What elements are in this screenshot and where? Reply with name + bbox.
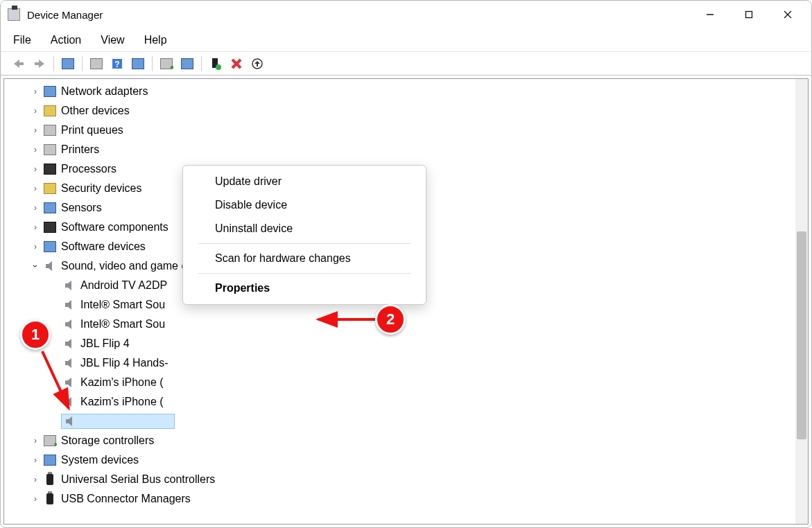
tree-child[interactable]: Kazim's iPhone ( bbox=[10, 373, 790, 392]
menu-scan-hardware[interactable]: Scan for hardware changes bbox=[183, 247, 426, 270]
chevron-right-icon[interactable]: › bbox=[29, 222, 42, 232]
properties-button[interactable] bbox=[87, 55, 106, 73]
chevron-down-icon[interactable]: › bbox=[31, 260, 40, 272]
other-devices-icon bbox=[43, 105, 57, 117]
svg-marker-24 bbox=[66, 416, 72, 426]
chevron-right-icon[interactable]: › bbox=[29, 475, 42, 484]
help-button[interactable]: ? bbox=[107, 55, 127, 73]
menu-uninstall-device[interactable]: Uninstall device bbox=[183, 217, 426, 240]
app-icon bbox=[8, 8, 20, 21]
device-manager-window: Device Manager File Action View Help ? ● bbox=[0, 0, 812, 528]
chevron-right-icon[interactable]: › bbox=[29, 184, 42, 193]
svg-rect-1 bbox=[746, 12, 752, 18]
tree-item[interactable]: ›Network adapters bbox=[10, 82, 790, 101]
svg-rect-7 bbox=[35, 62, 40, 65]
chevron-right-icon[interactable]: › bbox=[29, 145, 42, 155]
speaker-icon bbox=[62, 318, 76, 331]
selected-device[interactable] bbox=[61, 414, 175, 429]
device-tree[interactable]: ›Network adapters ›Other devices ›Print … bbox=[4, 79, 795, 524]
menubar: File Action View Help bbox=[1, 28, 811, 52]
chevron-right-icon[interactable]: › bbox=[29, 125, 42, 135]
back-button[interactable] bbox=[9, 55, 28, 73]
tree-child[interactable]: JBL Flip 4 bbox=[10, 334, 790, 353]
view-button[interactable] bbox=[128, 55, 148, 73]
chevron-right-icon[interactable]: › bbox=[29, 106, 42, 116]
speaker-icon bbox=[62, 279, 76, 292]
system-icon bbox=[43, 454, 57, 466]
scan-button[interactable] bbox=[178, 55, 197, 73]
speaker-icon bbox=[62, 299, 76, 311]
security-icon bbox=[43, 182, 57, 195]
svg-marker-4 bbox=[14, 60, 19, 68]
maximize-button[interactable] bbox=[729, 1, 768, 28]
software-icon bbox=[43, 221, 57, 234]
menu-update-driver[interactable]: Update driver bbox=[183, 170, 426, 193]
speaker-icon bbox=[43, 260, 57, 272]
close-button[interactable] bbox=[768, 1, 807, 28]
tree-item[interactable]: ›●Storage controllers bbox=[10, 431, 790, 450]
show-hidden-button[interactable] bbox=[58, 55, 78, 73]
speaker-icon bbox=[62, 337, 76, 350]
svg-text:?: ? bbox=[114, 60, 119, 69]
add-legacy-button[interactable] bbox=[248, 55, 267, 73]
svg-marker-20 bbox=[65, 339, 71, 349]
tree-item[interactable]: ›Print queues bbox=[10, 121, 790, 140]
svg-marker-6 bbox=[39, 60, 44, 68]
tree-item[interactable]: ›Universal Serial Bus controllers bbox=[10, 470, 790, 489]
menu-view[interactable]: View bbox=[101, 34, 124, 46]
svg-marker-22 bbox=[65, 378, 71, 387]
separator bbox=[152, 56, 153, 71]
chevron-right-icon[interactable]: › bbox=[29, 164, 42, 174]
titlebar: Device Manager bbox=[1, 1, 811, 28]
update-driver-button[interactable]: ● bbox=[157, 55, 176, 73]
chevron-right-icon[interactable]: › bbox=[29, 436, 42, 446]
annotation-badge-2: 2 bbox=[375, 304, 406, 335]
menu-disable-device[interactable]: Disable device bbox=[183, 193, 426, 217]
tree-item[interactable]: ›Printers bbox=[10, 140, 790, 159]
tree-child[interactable]: JBL Flip 4 Hands- bbox=[10, 353, 790, 373]
menu-file[interactable]: File bbox=[13, 34, 31, 46]
chevron-right-icon[interactable]: › bbox=[29, 455, 42, 465]
cpu-icon bbox=[43, 163, 57, 175]
separator bbox=[53, 56, 54, 71]
toolbar: ? ● bbox=[1, 52, 811, 76]
svg-point-11 bbox=[216, 64, 221, 70]
tree-item[interactable]: ›USB Connector Managers bbox=[10, 489, 790, 509]
chevron-right-icon[interactable]: › bbox=[29, 494, 42, 504]
speaker-icon bbox=[62, 357, 76, 369]
menu-help[interactable]: Help bbox=[144, 34, 167, 46]
network-icon bbox=[43, 85, 57, 98]
scrollbar[interactable] bbox=[795, 79, 808, 524]
separator bbox=[82, 56, 83, 71]
enable-button[interactable] bbox=[206, 55, 225, 73]
tree-child[interactable]: Kazim's iPhone ( bbox=[10, 392, 790, 412]
printer-icon bbox=[43, 124, 57, 137]
svg-marker-23 bbox=[65, 397, 71, 407]
separator bbox=[201, 56, 202, 71]
speaker-icon bbox=[62, 376, 76, 389]
menu-properties[interactable]: Properties bbox=[183, 276, 426, 300]
chevron-right-icon[interactable]: › bbox=[29, 87, 42, 96]
context-menu: Update driver Disable device Uninstall d… bbox=[182, 165, 426, 305]
content-area: ›Network adapters ›Other devices ›Print … bbox=[3, 78, 809, 525]
window-controls bbox=[691, 1, 807, 28]
svg-rect-5 bbox=[19, 62, 24, 65]
svg-marker-15 bbox=[254, 61, 260, 67]
uninstall-button[interactable] bbox=[227, 55, 246, 73]
chevron-right-icon[interactable]: › bbox=[29, 242, 42, 252]
forward-button[interactable] bbox=[30, 55, 49, 73]
tree-item[interactable]: ›System devices bbox=[10, 450, 790, 470]
printer-icon bbox=[43, 143, 57, 156]
storage-icon: ● bbox=[43, 434, 57, 447]
separator bbox=[198, 243, 411, 244]
sensor-icon bbox=[43, 202, 57, 214]
annotation-badge-1: 1 bbox=[20, 319, 51, 350]
tree-item[interactable]: ›Other devices bbox=[10, 101, 790, 121]
usb-icon bbox=[43, 493, 57, 505]
scroll-thumb[interactable] bbox=[797, 231, 806, 439]
chevron-right-icon[interactable]: › bbox=[29, 203, 42, 213]
minimize-button[interactable] bbox=[691, 1, 729, 28]
menu-action[interactable]: Action bbox=[51, 34, 81, 46]
tree-child-selected[interactable] bbox=[10, 412, 790, 431]
usb-icon bbox=[43, 473, 57, 486]
